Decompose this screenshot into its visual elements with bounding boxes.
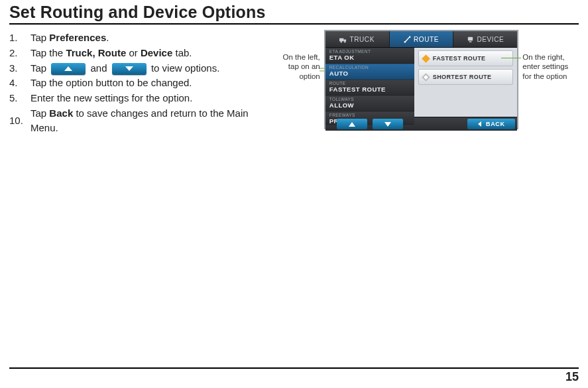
page-number: 15 <box>9 367 579 384</box>
option-eta-adjustment[interactable]: ETA ADJUSTMENT ETA OK <box>325 48 414 64</box>
svg-point-4 <box>341 40 342 42</box>
svg-rect-3 <box>344 39 347 41</box>
scroll-up-button[interactable] <box>337 119 367 129</box>
step-text: Enter the new settings for the option. <box>30 91 192 105</box>
device-icon <box>467 36 474 43</box>
option-recalculation[interactable]: RECALCULATION AUTO <box>325 64 414 80</box>
tab-device[interactable]: DEVICE <box>453 31 517 47</box>
svg-marker-10 <box>349 122 355 127</box>
option-route[interactable]: ROUTE FASTEST ROUTE <box>325 80 414 96</box>
svg-marker-0 <box>64 66 72 71</box>
svg-marker-1 <box>125 66 133 71</box>
instruction-list: 1. Tap Preferences. 2. Tap the Truck, Ro… <box>9 31 276 135</box>
step-number: 3. <box>9 61 30 76</box>
choice-fastest-route[interactable]: FASTEST ROUTE <box>418 50 514 66</box>
step-text: Tap Preferences. <box>30 31 109 45</box>
step-text: Tap Back to save changes and return to t… <box>30 106 276 135</box>
callout-left: On the left, tap on an option <box>276 52 320 81</box>
truck-icon <box>339 36 347 43</box>
device-screenshot: TRUCK ROUTE DEVICE ETA ADJUSTMENT ETA OK <box>324 30 519 129</box>
step-text: Tap the Truck, Route or Device tab. <box>30 46 192 60</box>
scroll-down-icon <box>112 63 147 75</box>
route-icon <box>404 36 411 43</box>
step-number: 2. <box>9 46 30 60</box>
step-number: 1. <box>9 31 30 45</box>
option-tollways[interactable]: TOLLWAYS ALLOW <box>325 96 414 111</box>
svg-marker-12 <box>478 121 481 127</box>
step-text: Tap the option button to be changed. <box>30 76 192 90</box>
svg-rect-8 <box>468 36 473 40</box>
bottom-bar: BACK <box>325 117 518 131</box>
step-number: 4. <box>9 76 30 90</box>
svg-rect-9 <box>469 41 472 42</box>
svg-marker-11 <box>384 122 391 127</box>
step-number: 10. <box>9 113 30 128</box>
back-button[interactable]: BACK <box>467 119 515 129</box>
svg-point-5 <box>345 40 346 42</box>
tab-bar: TRUCK ROUTE DEVICE <box>325 31 518 48</box>
step-number: 5. <box>9 91 30 105</box>
radio-unselected-icon <box>422 73 430 82</box>
scroll-down-button[interactable] <box>373 119 403 129</box>
svg-point-6 <box>404 40 406 42</box>
choice-shortest-route[interactable]: SHORTEST ROUTE <box>418 69 514 85</box>
page-title: Set Routing and Device Options <box>9 3 579 22</box>
tab-route[interactable]: ROUTE <box>390 31 454 47</box>
options-panel: ETA ADJUSTMENT ETA OK RECALCULATION AUTO… <box>325 48 414 117</box>
scroll-up-icon <box>51 63 86 75</box>
svg-point-7 <box>409 36 411 38</box>
callout-right: On the right, enter settings for the opt… <box>522 52 579 81</box>
back-arrow-icon <box>478 121 483 127</box>
tab-truck[interactable]: TRUCK <box>325 31 390 47</box>
step-text: Tap and to view options. <box>30 61 219 76</box>
svg-rect-2 <box>339 38 343 41</box>
radio-selected-icon <box>422 54 430 63</box>
